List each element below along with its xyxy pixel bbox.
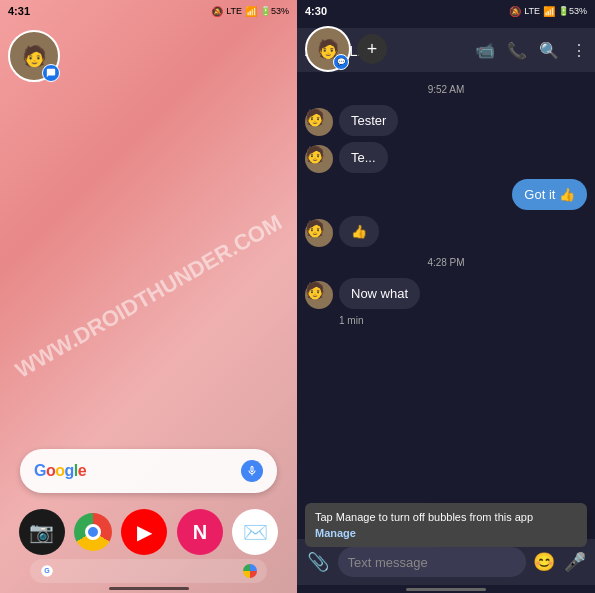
tooltip-text: Tap Manage to turn off bubbles from this… bbox=[315, 511, 533, 523]
tooltip-bar: Tap Manage to turn off bubbles from this… bbox=[305, 503, 587, 547]
right-signal-icon: 📶 bbox=[543, 6, 555, 17]
message-row: 🧑 Now what bbox=[305, 278, 587, 309]
message-sub-text: 1 min bbox=[339, 315, 587, 326]
right-bubble-avatar[interactable]: 🧑 💬 bbox=[305, 26, 351, 72]
chrome-app-icon[interactable] bbox=[74, 513, 112, 551]
battery-icon: 🔋53% bbox=[260, 6, 289, 16]
right-panel: 4:30 🔕 LTE 📶 🔋53% 🧑 💬 + Abner Li 📹 📞 🔍 ⋮… bbox=[297, 0, 595, 593]
msg-bubble-thumbs: 👍 bbox=[339, 216, 379, 247]
nav-indicator-right bbox=[297, 585, 595, 593]
npn-app-icon[interactable]: N bbox=[177, 509, 223, 555]
chat-messages-area: 9:52 AM 🧑 Tester 🧑 Te... Got it 👍 🧑 👍 4:… bbox=[297, 72, 595, 539]
mute-icon: 🔕 bbox=[211, 6, 223, 17]
msg-bubble-te: Te... bbox=[339, 142, 388, 173]
google-logo: Google bbox=[34, 462, 86, 480]
search-messages-icon[interactable]: 🔍 bbox=[539, 41, 559, 60]
nav-indicator-left bbox=[109, 587, 189, 590]
left-time: 4:31 bbox=[8, 5, 30, 17]
youtube-app-icon[interactable]: ▶ bbox=[121, 509, 167, 555]
right-bubble-overlay: 🧑 💬 + bbox=[305, 26, 387, 72]
watermark: WWW.DROIDTHUNDER.COM bbox=[10, 207, 288, 385]
gmail-app-icon[interactable]: ✉️ bbox=[232, 509, 278, 555]
google-pill-bar[interactable]: G bbox=[30, 559, 267, 583]
right-status-bar: 4:30 🔕 LTE 📶 🔋53% bbox=[297, 0, 595, 22]
video-call-icon[interactable]: 📹 bbox=[475, 41, 495, 60]
app-dock: 📷 ▶ N ✉️ bbox=[14, 509, 283, 555]
message-row-sent: Got it 👍 bbox=[305, 179, 587, 210]
message-row: 🧑 Te... bbox=[305, 142, 587, 173]
signal-icon: 📶 bbox=[245, 6, 257, 17]
left-status-bar: 4:31 🔕 LTE 📶 🔋53% bbox=[0, 0, 297, 22]
google-assistant-icon bbox=[243, 564, 257, 578]
add-bubble-button[interactable]: + bbox=[357, 34, 387, 64]
nav-pill bbox=[406, 588, 486, 591]
camera-app-icon[interactable]: 📷 bbox=[19, 509, 65, 555]
chrome-inner-circle bbox=[85, 524, 101, 540]
right-status-icons: 🔕 LTE 📶 🔋53% bbox=[509, 6, 587, 17]
timestamp-952: 9:52 AM bbox=[305, 84, 587, 95]
timestamp-428: 4:28 PM bbox=[305, 257, 587, 268]
msg-bubble-gotit: Got it 👍 bbox=[512, 179, 587, 210]
message-row: 🧑 👍 bbox=[305, 216, 587, 247]
avatar: 🧑 bbox=[305, 281, 333, 309]
more-options-icon[interactable]: ⋮ bbox=[571, 41, 587, 60]
header-action-icons: 📹 📞 🔍 ⋮ bbox=[475, 41, 587, 60]
google-search-bar[interactable]: Google bbox=[20, 449, 277, 493]
chat-badge bbox=[42, 64, 60, 82]
message-input[interactable] bbox=[338, 547, 526, 577]
right-battery-icon: 🔋53% bbox=[558, 6, 587, 16]
mic-button[interactable]: 🎤 bbox=[562, 548, 587, 576]
msg-bubble-tester: Tester bbox=[339, 105, 398, 136]
google-mic-button[interactable] bbox=[241, 460, 263, 482]
emoji-button[interactable]: 😊 bbox=[532, 548, 557, 576]
lte-icon: LTE bbox=[226, 6, 242, 16]
chat-bubble-avatar[interactable]: 🧑 bbox=[8, 30, 60, 82]
manage-link[interactable]: Manage bbox=[315, 527, 577, 539]
message-row: 🧑 Tester bbox=[305, 105, 587, 136]
msg-bubble-nowwhat: Now what bbox=[339, 278, 420, 309]
avatar: 🧑 bbox=[305, 145, 333, 173]
left-status-icons: 🔕 LTE 📶 🔋53% bbox=[211, 6, 289, 17]
right-time: 4:30 bbox=[305, 5, 327, 17]
svg-text:G: G bbox=[44, 567, 50, 574]
right-lte-icon: LTE bbox=[524, 6, 540, 16]
left-panel: 4:31 🔕 LTE 📶 🔋53% 🧑 WWW.DROIDTHUNDER.COM… bbox=[0, 0, 297, 593]
right-mute-icon: 🔕 bbox=[509, 6, 521, 17]
phone-call-icon[interactable]: 📞 bbox=[507, 41, 527, 60]
avatar: 🧑 bbox=[305, 219, 333, 247]
attach-button[interactable]: 📎 bbox=[305, 547, 332, 577]
right-chat-badge: 💬 bbox=[333, 54, 349, 70]
avatar: 🧑 bbox=[305, 108, 333, 136]
